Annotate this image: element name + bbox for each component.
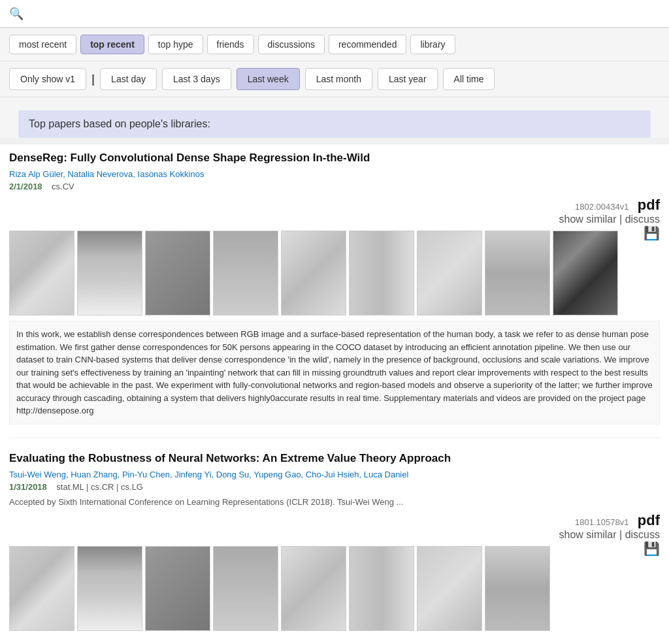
tab-recommended[interactable]: recommended xyxy=(329,35,407,54)
paper-2-thumb-4 xyxy=(281,546,346,631)
last-year-button[interactable]: Last year xyxy=(378,68,438,90)
time-filter-bar: Only show v1 | Last day Last 3 days Last… xyxy=(0,61,669,97)
paper-2-category: stat.ML | cs.CR | cs.LG xyxy=(56,482,143,492)
paper-1-abstract: In this work, we establish dense corresp… xyxy=(9,321,660,425)
tab-discussions[interactable]: discussions xyxy=(258,35,325,54)
paper-2-thumb-3 xyxy=(213,546,278,631)
paper-1-meta: 2/1/2018 cs.CV xyxy=(9,182,660,191)
paper-2-thumb-7 xyxy=(485,546,550,631)
paper-1-title[interactable]: DenseReg: Fully Convolutional Dense Shap… xyxy=(9,151,660,165)
paper-2-thumb-5 xyxy=(349,546,414,631)
paper-2-version: 1801.10578v1 xyxy=(575,517,628,527)
paper-1-version: 1802.00434v1 xyxy=(575,202,628,212)
tab-top-hype[interactable]: top hype xyxy=(148,35,203,54)
paper-1-category: cs.CV xyxy=(52,182,74,191)
paper-1-thumb-0 xyxy=(9,231,74,315)
paper-1-authors[interactable]: Riza Alp Güler, Natalia Neverova, Iasona… xyxy=(9,169,660,179)
paper-1-pdf-link[interactable]: pdf xyxy=(638,197,660,213)
paper-2-actions: 1801.10578v1 pdf show similar | discuss … xyxy=(9,512,660,541)
last-3-days-button[interactable]: Last 3 days xyxy=(162,68,231,90)
paper-2: Evaluating the Robustness of Neural Netw… xyxy=(9,451,660,644)
paper-1-show-similar[interactable]: show similar xyxy=(559,214,617,225)
paper-2-save-icon[interactable]: 💾 xyxy=(644,541,660,556)
paper-1-thumb-6 xyxy=(417,231,482,315)
paper-1-thumb-1 xyxy=(77,231,142,315)
paper-1-thumb-3 xyxy=(213,231,278,315)
banner-text: Top papers based on people's libraries: xyxy=(29,118,210,129)
banner: Top papers based on people's libraries: xyxy=(18,110,651,138)
last-month-button[interactable]: Last month xyxy=(305,68,372,90)
paper-2-thumb-2 xyxy=(145,546,210,631)
tab-top-recent[interactable]: top recent xyxy=(80,35,144,54)
paper-2-authors[interactable]: Tsui-Wei Weng, Huan Zhang, Pin-Yu Chen, … xyxy=(9,470,660,479)
search-icon: 🔍 xyxy=(9,7,24,21)
paper-1-thumb-7 xyxy=(485,231,550,315)
paper-2-title[interactable]: Evaluating the Robustness of Neural Netw… xyxy=(9,451,660,466)
paper-2-date: 1/31/2018 xyxy=(9,482,47,492)
paper-1-thumb-4 xyxy=(281,231,346,315)
paper-2-thumb-1 xyxy=(77,546,142,631)
tab-most-recent[interactable]: most recent xyxy=(9,35,76,54)
paper-1-thumb-8 xyxy=(553,231,618,315)
show-v1-button[interactable]: Only show v1 xyxy=(9,68,86,90)
paper-2-thumb-0 xyxy=(9,546,74,631)
search-input[interactable] xyxy=(29,8,660,20)
paper-2-thumb-6 xyxy=(417,546,482,631)
paper-2-meta: 1/31/2018 stat.ML | cs.CR | cs.LG xyxy=(9,482,660,492)
paper-2-accepted: Accepted by Sixth International Conferen… xyxy=(9,497,660,507)
last-week-button[interactable]: Last week xyxy=(237,68,300,90)
paper-1-save-icon[interactable]: 💾 xyxy=(644,225,660,241)
nav-tabs: most recent top recent top hype friends … xyxy=(0,28,669,61)
last-day-button[interactable]: Last day xyxy=(100,68,157,90)
paper-1-date: 2/1/2018 xyxy=(9,182,42,191)
paper-2-show-similar[interactable]: show similar xyxy=(559,529,617,540)
paper-1-discuss[interactable]: discuss xyxy=(625,214,660,225)
time-separator: | xyxy=(91,72,95,86)
paper-1-actions: 1802.00434v1 pdf show similar | discuss … xyxy=(9,197,660,225)
tab-library[interactable]: library xyxy=(410,35,455,54)
paper-1-thumbnails xyxy=(9,231,644,315)
main-content: DenseReg: Fully Convolutional Dense Shap… xyxy=(0,144,669,644)
paper-2-thumbnails xyxy=(9,546,644,631)
paper-1-thumb-2 xyxy=(145,231,210,315)
paper-2-discuss[interactable]: discuss xyxy=(625,529,660,540)
all-time-button[interactable]: All time xyxy=(443,68,495,90)
paper-1: DenseReg: Fully Convolutional Dense Shap… xyxy=(9,151,660,438)
paper-1-thumb-5 xyxy=(349,231,414,315)
paper-2-pdf-link[interactable]: pdf xyxy=(638,512,660,528)
search-bar: 🔍 xyxy=(0,0,669,28)
tab-friends[interactable]: friends xyxy=(207,35,254,54)
